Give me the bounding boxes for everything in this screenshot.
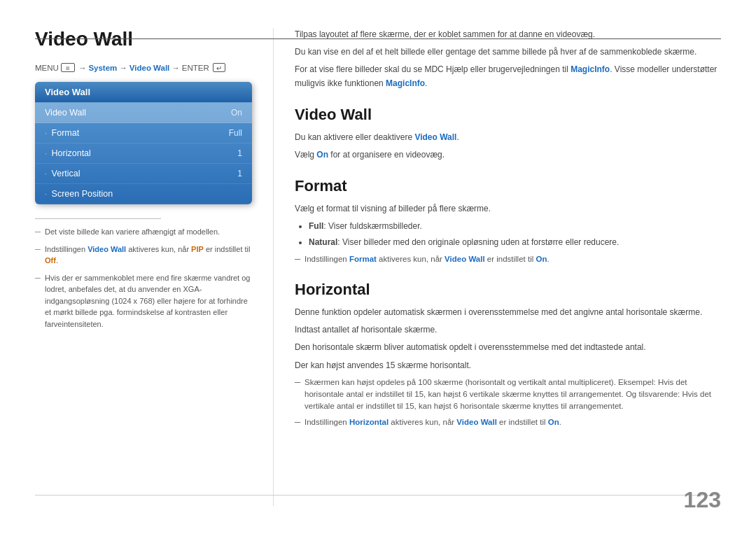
left-column: Video Wall MENU → System → Video Wall → … — [35, 28, 273, 506]
section-note: Indstillingen Horizontal aktiveres kun, … — [295, 416, 721, 428]
arrow1: → — [78, 64, 87, 72]
arrow2: → — [119, 64, 127, 72]
page-number: 123 — [684, 487, 721, 513]
menu-item-value: On — [231, 108, 242, 118]
system-label: System — [88, 64, 117, 72]
menu-item-dot: · — [45, 150, 49, 157]
menu-item-value: 1 — [237, 169, 242, 178]
menu-items-container: Video WallOn· FormatFull· Horizontal1· V… — [35, 103, 252, 204]
intro-container: Tilpas layoutet af flere skærme, der er … — [295, 28, 721, 90]
section-paragraph: Vælg On for at organisere en videovæg. — [295, 148, 721, 162]
section-note: Indstillingen Format aktiveres kun, når … — [295, 253, 721, 265]
section-paragraph: Indtast antallet af horisontale skærme. — [295, 323, 721, 337]
section-paragraph: Den horisontale skærm bliver automatisk … — [295, 341, 721, 354]
menu-box-title: Video Wall — [35, 82, 252, 103]
menu-icon — [61, 63, 75, 72]
bullet-list: Full: Viser fuldskærmsbilleder.Natural: … — [309, 220, 721, 248]
menu-item-value: Full — [229, 128, 242, 138]
menu-item-value: 1 — [237, 148, 242, 158]
menu-item[interactable]: · FormatFull — [35, 123, 252, 143]
section-note: Skærmen kan højst opdeles på 100 skærme … — [295, 377, 721, 413]
menu-item-dot: · — [45, 129, 49, 137]
section-title: Video Wall — [295, 106, 721, 124]
menu-item-label: Video Wall — [45, 108, 86, 118]
menu-item[interactable]: · Horizontal1 — [35, 143, 252, 164]
divider — [35, 218, 161, 219]
menu-box: Video Wall Video WallOn· FormatFull· Hor… — [35, 82, 252, 204]
section-paragraph: Du kan aktivere eller deaktivere Video W… — [295, 131, 721, 144]
page-title: Video Wall — [35, 28, 252, 50]
section-title: Horizontal — [295, 281, 721, 299]
menu-item[interactable]: Video WallOn — [35, 103, 252, 123]
enter-icon — [213, 63, 225, 72]
note-item: Indstillingen Video Wall aktiveres kun, … — [35, 244, 252, 267]
section-title: Format — [295, 177, 721, 195]
menu-item[interactable]: · Screen Position — [35, 184, 252, 204]
section-paragraph: Denne funktion opdeler automatisk skærme… — [295, 306, 721, 319]
menu-item-dot: · — [45, 170, 49, 178]
menu-item-label: · Format — [45, 128, 79, 138]
section-paragraph: Der kan højst anvendes 15 skærme horison… — [295, 359, 721, 372]
menu-item-label: · Screen Position — [45, 189, 113, 199]
menu-item-dot: · — [45, 190, 49, 198]
note-item: Det viste billede kan variere afhængigt … — [35, 226, 252, 238]
menu-item[interactable]: · Vertical1 — [35, 164, 252, 184]
menu-item-label: · Horizontal — [45, 148, 91, 158]
bottom-rule — [35, 495, 721, 496]
enter-label: ENTER — [182, 64, 209, 72]
note-item: Hvis der er sammenkoblet mere end fire s… — [35, 272, 252, 330]
notes-container: Det viste billede kan variere afhængigt … — [35, 226, 252, 330]
notes-section: Det viste billede kan variere afhængigt … — [35, 218, 252, 330]
right-column: Tilpas layoutet af flere skærme, der er … — [273, 28, 721, 506]
menu-item-label: · Vertical — [45, 169, 80, 178]
intro-text: For at vise flere billeder skal du se MD… — [295, 63, 721, 90]
intro-text: Tilpas layoutet af flere skærme, der er … — [295, 28, 721, 41]
bullet-item: Natural: Viser billeder med den original… — [309, 236, 721, 249]
sections-container: Video WallDu kan aktivere eller deaktive… — [295, 106, 721, 429]
top-rule — [35, 38, 721, 39]
bullet-item: Full: Viser fuldskærmsbilleder. — [309, 220, 721, 233]
videowall-label: Video Wall — [130, 64, 170, 72]
menu-path: MENU → System → Video Wall → ENTER — [35, 63, 252, 72]
arrow3: → — [172, 64, 180, 72]
intro-text: Du kan vise en del af et helt billede el… — [295, 45, 721, 59]
section-paragraph: Vælg et format til visning af billeder p… — [295, 202, 721, 216]
menu-label: MENU — [35, 64, 59, 72]
